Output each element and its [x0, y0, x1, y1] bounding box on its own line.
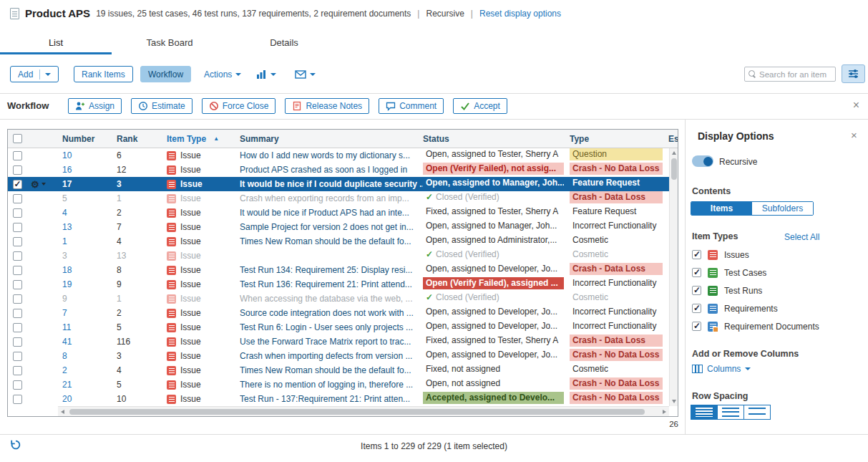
contents-subfolders-tab[interactable]: Subfolders	[752, 202, 813, 215]
row-number[interactable]: 2	[61, 365, 117, 375]
search-box[interactable]	[744, 67, 836, 82]
item-type-checkbox[interactable]	[692, 286, 701, 295]
row-number[interactable]: 21	[61, 380, 117, 390]
row-number[interactable]: 8	[61, 351, 117, 361]
item-type-filter[interactable]: Requirement Documents	[692, 317, 849, 335]
row-number[interactable]: 3	[61, 251, 117, 261]
workflow-button[interactable]: Workflow	[140, 66, 191, 82]
row-spacing-compact-button[interactable]	[691, 405, 718, 420]
row-checkbox[interactable]	[13, 151, 22, 160]
row-number[interactable]: 1	[61, 236, 117, 246]
row-checkbox[interactable]	[13, 208, 22, 218]
row-number[interactable]: 13	[61, 222, 117, 232]
columns-dropdown[interactable]: Columns	[692, 364, 751, 374]
row-summary[interactable]: Times New Roman should be the default fo…	[240, 365, 423, 375]
row-summary[interactable]: Source code integration does not work wi…	[240, 308, 423, 318]
row-checkbox[interactable]	[13, 309, 22, 318]
row-spacing-medium-button[interactable]	[717, 405, 744, 420]
table-row[interactable]: ⚙ 7 2 Issue Source code integration does…	[8, 306, 669, 320]
display-options-button[interactable]	[842, 64, 865, 83]
row-summary[interactable]: Sample Project for version 2 does not ge…	[240, 222, 423, 232]
item-type-checkbox[interactable]	[692, 322, 701, 331]
table-row[interactable]: ⚙ 9 1 Issue When accessing the database …	[8, 292, 669, 306]
row-summary[interactable]: There is no mention of logging in, there…	[240, 380, 423, 390]
row-checkbox[interactable]	[13, 337, 22, 347]
table-row[interactable]: ⚙ 19 9 Issue Test Run 136: Requirement 2…	[8, 277, 669, 292]
row-checkbox[interactable]	[13, 395, 22, 404]
row-checkbox[interactable]	[13, 180, 22, 189]
item-type-checkbox[interactable]	[692, 250, 701, 259]
row-number[interactable]: 16	[61, 165, 117, 175]
table-row[interactable]: ⚙ 5 1 Issue Crash when exporting records…	[8, 191, 669, 206]
row-number[interactable]: 11	[61, 322, 117, 332]
table-row[interactable]: ⚙ 2 4 Issue Times New Roman should be th…	[8, 363, 669, 377]
release-notes-button[interactable]: Release Notes	[285, 98, 369, 114]
actions-dropdown[interactable]: Actions	[204, 66, 241, 82]
row-summary[interactable]: How do I add new words to my dictionary …	[240, 150, 423, 160]
row-summary[interactable]: Use the Forward Trace Matrix report to t…	[240, 337, 423, 347]
row-number[interactable]: 41	[61, 337, 117, 347]
row-checkbox[interactable]	[13, 352, 22, 361]
row-number[interactable]: 17	[61, 179, 117, 189]
table-row[interactable]: ⚙ 4 2 Issue It would be nice if Product …	[8, 206, 669, 220]
table-row[interactable]: ⚙ 13 7 Issue Sample Project for version …	[8, 220, 669, 234]
row-checkbox[interactable]	[13, 237, 22, 246]
table-row[interactable]: ⚙ 41 116 Issue Use the Forward Trace Mat…	[8, 335, 669, 349]
vertical-scrollbar[interactable]	[669, 148, 678, 406]
item-type-filter[interactable]: Test Runs	[692, 281, 849, 299]
row-number[interactable]: 9	[61, 294, 117, 304]
row-number[interactable]: 20	[61, 394, 117, 404]
table-row[interactable]: ⚙ 17 3 Issue It would be nice if I could…	[8, 177, 669, 191]
row-summary[interactable]: When accessing the database via the web,…	[240, 294, 423, 304]
contents-items-tab[interactable]: Items	[691, 202, 752, 215]
assign-button[interactable]: Assign	[68, 98, 122, 114]
vertical-scroll-thumb[interactable]	[671, 158, 677, 180]
table-row[interactable]: ⚙ 8 3 Issue Crash when importing defects…	[8, 349, 669, 363]
close-icon[interactable]: ×	[851, 129, 857, 141]
horizontal-scrollbar[interactable]	[58, 406, 669, 416]
row-summary[interactable]: It would be nice if I could duplicate se…	[240, 179, 423, 189]
column-header-summary[interactable]: Summary	[240, 134, 423, 144]
table-row[interactable]: ⚙ 3 13 Issue ✓Closed (Verified) Cosmetic	[8, 249, 669, 263]
row-checkbox[interactable]	[13, 323, 22, 332]
row-summary[interactable]: Times New Roman should be the default fo…	[240, 236, 423, 246]
comment-button[interactable]: Comment	[379, 98, 444, 114]
row-summary[interactable]: Test Run 6: Login - User sees only proje…	[240, 322, 423, 332]
column-header-estimate[interactable]: Es	[668, 134, 678, 144]
row-number[interactable]: 10	[61, 150, 117, 160]
item-type-checkbox[interactable]	[692, 304, 701, 313]
column-header-rank[interactable]: Rank	[117, 134, 167, 144]
add-button[interactable]: Add	[10, 66, 59, 82]
row-number[interactable]: 5	[61, 193, 117, 203]
force-close-button[interactable]: Force Close	[202, 98, 276, 114]
column-header-status[interactable]: Status	[423, 134, 570, 144]
estimate-button[interactable]: Estimate	[131, 98, 192, 114]
table-row[interactable]: ⚙ 10 6 Issue How do I add new words to m…	[8, 148, 669, 163]
column-header-number[interactable]: Number	[61, 134, 117, 144]
table-row[interactable]: ⚙ 1 4 Issue Times New Roman should be th…	[8, 234, 669, 249]
row-checkbox[interactable]	[13, 380, 22, 390]
recursive-toggle[interactable]	[692, 155, 713, 167]
row-summary[interactable]: Test Run 134: Requirement 25: Display re…	[240, 265, 423, 275]
row-number[interactable]: 7	[61, 308, 117, 318]
row-spacing-relaxed-button[interactable]	[743, 405, 771, 420]
row-checkbox[interactable]	[13, 366, 22, 375]
scroll-up-arrow[interactable]	[672, 151, 676, 155]
search-input[interactable]	[759, 70, 832, 79]
charts-dropdown[interactable]	[256, 66, 276, 82]
item-type-filter[interactable]: Requirements	[692, 299, 849, 317]
row-gear-menu[interactable]: ⚙	[31, 180, 46, 189]
tab-details[interactable]: Details	[228, 33, 341, 54]
row-checkbox[interactable]	[13, 294, 22, 304]
scroll-left-arrow[interactable]	[61, 410, 64, 414]
column-header-item-type[interactable]: Item Type ▲	[167, 134, 240, 144]
select-all-checkbox[interactable]	[13, 134, 22, 143]
table-row[interactable]: ⚙ 21 5 Issue There is no mention of logg…	[8, 377, 669, 392]
row-number[interactable]: 4	[61, 208, 117, 218]
row-checkbox[interactable]	[13, 266, 22, 275]
row-summary[interactable]: It would be nice if Product APS had an i…	[240, 208, 423, 218]
table-row[interactable]: ⚙ 18 8 Issue Test Run 134: Requirement 2…	[8, 263, 669, 277]
item-type-checkbox[interactable]	[692, 268, 701, 277]
row-summary[interactable]: Test Run - 137:Requirement 21: Print att…	[240, 394, 423, 404]
email-dropdown[interactable]	[295, 66, 316, 82]
